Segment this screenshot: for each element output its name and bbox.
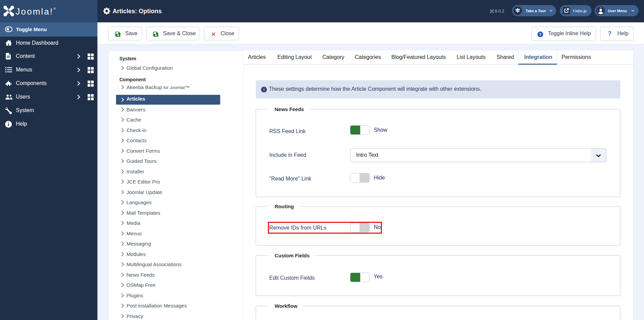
svg-text:?: ? <box>539 33 542 37</box>
